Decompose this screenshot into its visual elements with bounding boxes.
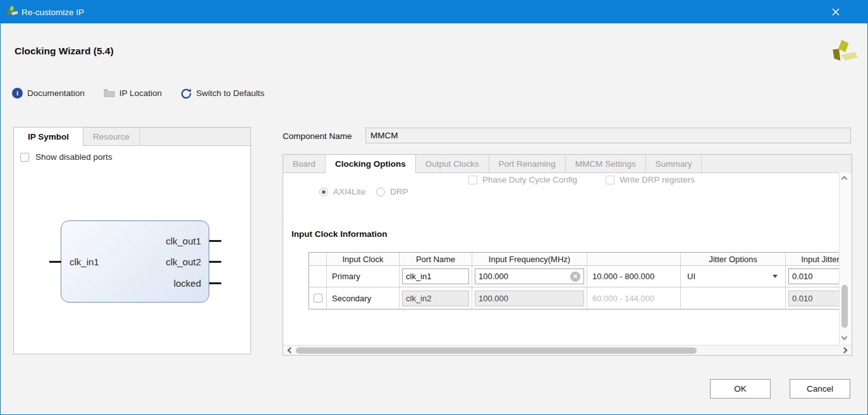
axi4lite-radio-option[interactable]: AXI4Lite xyxy=(319,187,365,196)
vertical-scrollbar-thumb[interactable] xyxy=(841,285,848,328)
horizontal-scrollbar-thumb[interactable] xyxy=(296,347,697,354)
tab-clocking-options[interactable]: Clocking Options xyxy=(326,155,416,173)
ip-location-label: IP Location xyxy=(119,88,162,98)
xilinx-logo-icon xyxy=(6,6,19,18)
tab-resource-label: Resource xyxy=(93,132,130,141)
primary-input-jitter-input[interactable] xyxy=(788,268,840,284)
scroll-right-icon[interactable] xyxy=(841,347,848,354)
primary-clock-label: Primary xyxy=(327,266,400,287)
title-bar: Re-customize IP xyxy=(1,1,867,23)
primary-input-jitter-cell xyxy=(786,266,840,287)
info-icon: i xyxy=(12,88,23,99)
secondary-frequency-range: 60.000 - 144.000 xyxy=(587,287,681,309)
cancel-button[interactable]: Cancel xyxy=(790,379,850,399)
table-header-jitter-options: Jitter Options xyxy=(681,253,786,266)
table-header-input-frequency: Input Frequency(MHz) xyxy=(472,253,587,266)
tab-summary[interactable]: Summary xyxy=(646,155,702,172)
phase-duty-cycle-checkbox[interactable] xyxy=(468,176,477,184)
table-header-input-jitter: Input Jitter xyxy=(786,253,840,266)
tab-port-renaming[interactable]: Port Renaming xyxy=(489,155,566,172)
switch-to-defaults-button[interactable]: Switch to Defaults xyxy=(181,88,264,99)
primary-port-cell xyxy=(400,266,472,287)
port-label-locked: locked xyxy=(61,278,201,289)
primary-select-cell xyxy=(309,266,327,287)
primary-frequency-cell: ✕ xyxy=(472,266,587,287)
secondary-clock-label: Secondary xyxy=(327,287,400,309)
secondary-input-jitter-input xyxy=(788,291,840,306)
horizontal-scrollbar[interactable] xyxy=(283,345,852,355)
ip-location-button[interactable]: IP Location xyxy=(104,88,162,98)
ok-button-label: OK xyxy=(734,384,747,394)
primary-frequency-range: 10.000 - 800.000 xyxy=(587,266,681,287)
show-disabled-ports-row: Show disabled ports xyxy=(20,152,250,162)
tab-board[interactable]: Board xyxy=(283,155,326,172)
config-tabstrip: Board Clocking Options Output Clocks Por… xyxy=(283,155,852,173)
folder-icon xyxy=(104,88,115,97)
drp-radio-option[interactable]: DRP xyxy=(376,187,408,196)
refresh-icon xyxy=(181,88,192,99)
clear-icon[interactable]: ✕ xyxy=(570,272,580,282)
tab-summary-label: Summary xyxy=(656,159,692,169)
tab-output-clocks[interactable]: Output Clocks xyxy=(416,155,489,172)
xilinx-logo-large xyxy=(831,40,860,68)
window-title: Re-customize IP xyxy=(21,8,84,17)
show-disabled-ports-checkbox[interactable] xyxy=(20,153,29,162)
write-drp-label: Write DRP registers xyxy=(620,175,695,184)
input-clock-table: Input Clock Port Name Input Frequency(MH… xyxy=(309,252,840,310)
tab-mmcm-settings[interactable]: MMCM Settings xyxy=(566,155,646,172)
axi4lite-radio[interactable] xyxy=(319,188,328,196)
left-tabstrip: IP Symbol Resource xyxy=(14,128,250,146)
documentation-label: Documentation xyxy=(27,88,85,98)
input-clock-information-title: Input Clock Information xyxy=(291,229,388,239)
chevron-down-icon xyxy=(773,275,778,278)
secondary-input-jitter-cell xyxy=(786,287,840,309)
close-icon[interactable] xyxy=(826,4,846,20)
secondary-select-cell xyxy=(309,287,327,309)
toolbar: i Documentation IP Location Switch to De… xyxy=(12,86,264,100)
ok-button[interactable]: OK xyxy=(710,379,771,399)
primary-jitter-dropdown[interactable]: UI xyxy=(681,266,786,287)
drp-label: DRP xyxy=(390,187,408,196)
tab-mmcm-settings-label: MMCM Settings xyxy=(575,159,636,169)
phase-duty-cycle-label: Phase Duty Cycle Config xyxy=(482,175,577,184)
tab-ip-symbol-label: IP Symbol xyxy=(28,132,69,141)
table-header-select xyxy=(309,253,327,266)
primary-jitter-value: UI xyxy=(687,272,695,281)
phase-duty-cycle-config-option[interactable]: Phase Duty Cycle Config xyxy=(468,175,577,184)
tab-ip-symbol[interactable]: IP Symbol xyxy=(14,128,83,146)
tab-port-renaming-label: Port Renaming xyxy=(499,159,556,169)
component-name-field[interactable]: MMCM xyxy=(365,128,851,143)
primary-frequency-input[interactable] xyxy=(475,268,584,284)
cancel-button-label: Cancel xyxy=(807,384,833,394)
component-name-label: Component Name xyxy=(283,131,352,141)
tab-output-clocks-label: Output Clocks xyxy=(425,159,479,169)
table-header-port-name: Port Name xyxy=(400,253,472,266)
port-stub-clk-in1 xyxy=(49,261,61,263)
show-disabled-ports-label: Show disabled ports xyxy=(35,152,113,162)
table-header-input-clock: Input Clock xyxy=(327,253,400,266)
vertical-scrollbar[interactable] xyxy=(839,172,850,345)
write-drp-checkbox[interactable] xyxy=(606,176,614,184)
write-drp-registers-option[interactable]: Write DRP registers xyxy=(606,175,695,184)
primary-port-input[interactable] xyxy=(402,268,469,284)
component-name-value: MMCM xyxy=(370,131,398,140)
port-label-clk-out1: clk_out1 xyxy=(61,236,201,246)
switch-to-defaults-label: Switch to Defaults xyxy=(196,88,264,98)
port-stub-clk-out1 xyxy=(209,240,221,242)
scroll-up-icon[interactable] xyxy=(841,176,848,183)
port-stub-clk-out2 xyxy=(209,261,221,263)
port-label-clk-out2: clk_out2 xyxy=(61,256,201,267)
tab-board-label: Board xyxy=(293,159,315,169)
tab-resource[interactable]: Resource xyxy=(83,128,140,145)
drp-radio[interactable] xyxy=(376,188,385,196)
recustomize-ip-dialog: Re-customize IP Clocking Wizard (5.4) i … xyxy=(0,0,868,415)
scroll-down-icon[interactable] xyxy=(841,334,848,340)
secondary-port-input xyxy=(402,291,469,306)
tab-clocking-options-label: Clocking Options xyxy=(335,159,406,169)
table-header-range xyxy=(587,253,681,266)
secondary-enable-checkbox[interactable] xyxy=(314,294,322,303)
secondary-port-cell xyxy=(400,287,472,309)
scroll-left-icon[interactable] xyxy=(288,347,294,354)
axi4lite-label: AXI4Lite xyxy=(333,187,365,196)
documentation-button[interactable]: i Documentation xyxy=(12,88,85,99)
